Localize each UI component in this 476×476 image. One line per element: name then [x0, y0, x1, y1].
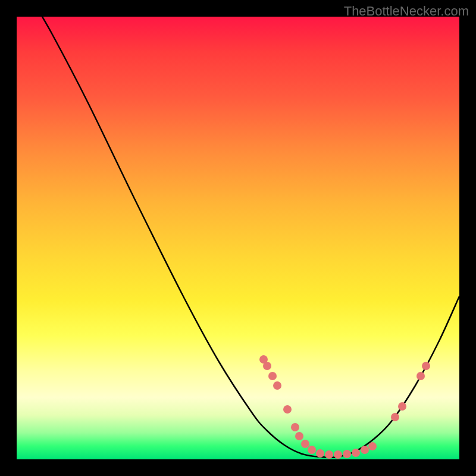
data-marker	[268, 372, 277, 380]
data-marker	[343, 450, 351, 458]
data-marker	[361, 446, 369, 454]
chart-svg	[17, 17, 459, 459]
data-marker	[283, 405, 292, 414]
data-markers	[259, 355, 430, 459]
data-marker	[316, 449, 324, 458]
data-marker	[391, 413, 399, 421]
watermark-text: TheBottleNecker.com	[344, 4, 469, 19]
bottleneck-curve	[32, 17, 459, 458]
data-marker	[398, 402, 406, 411]
data-marker	[273, 381, 281, 390]
data-marker	[301, 440, 309, 448]
data-marker	[325, 450, 333, 459]
data-marker	[368, 442, 377, 450]
data-marker	[295, 432, 303, 440]
plot-area	[17, 17, 459, 459]
chart-container: TheBottleNecker.com	[0, 0, 476, 476]
data-marker	[422, 362, 430, 370]
data-marker	[291, 423, 299, 431]
data-marker	[308, 446, 316, 454]
data-marker	[416, 372, 425, 380]
data-marker	[352, 449, 360, 457]
data-marker	[263, 362, 271, 370]
data-marker	[334, 450, 342, 459]
